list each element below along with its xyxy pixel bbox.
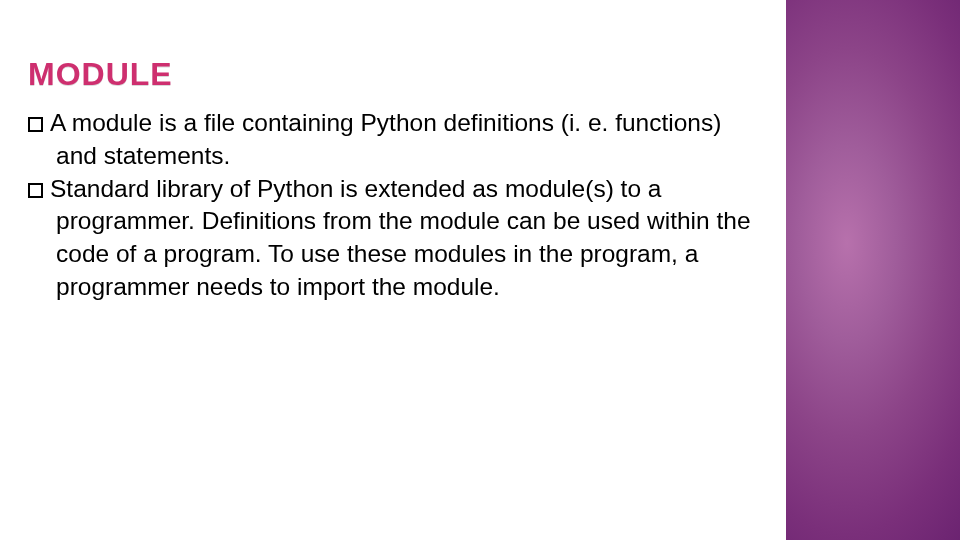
slide-title: MODULE (28, 56, 758, 93)
bullet-text: A module is a file containing Python def… (50, 109, 721, 169)
slide-content: MODULE A module is a file containing Pyt… (0, 0, 786, 540)
square-bullet-icon (28, 117, 43, 132)
bullet-item: A module is a file containing Python def… (28, 107, 758, 173)
bullet-item: Standard library of Python is extended a… (28, 173, 758, 304)
bullet-list: A module is a file containing Python def… (28, 107, 758, 304)
bullet-text: Standard library of Python is extended a… (50, 175, 751, 300)
decorative-sidebar (786, 0, 960, 540)
square-bullet-icon (28, 183, 43, 198)
